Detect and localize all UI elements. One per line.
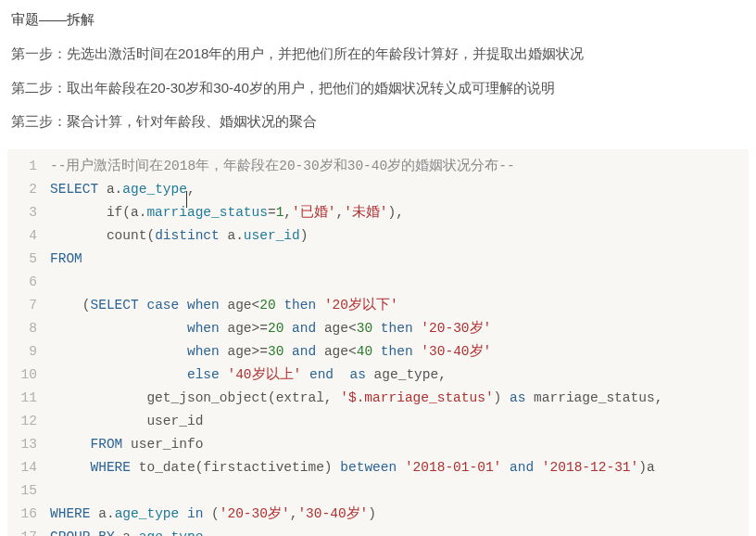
line-number: 3: [7, 201, 50, 224]
line-number: 10: [7, 364, 50, 387]
step-3: 第三步：聚合计算，针对年龄段、婚姻状况的聚合: [11, 111, 745, 133]
code-content: FROM: [50, 248, 749, 271]
code-line: 11 get_json_object(extral, '$.marriage_s…: [7, 387, 749, 410]
code-content: if(a.marriage_status=1,'已婚','未婚'),: [50, 201, 749, 224]
code-content: --用户激活时间在2018年，年龄段在20-30岁和30-40岁的婚姻状况分布-…: [50, 155, 749, 178]
code-content: WHERE to_date(firstactivetime) between '…: [50, 456, 749, 479]
line-number: 4: [7, 224, 50, 248]
code-line: 17GROUP BY a.age_type,: [7, 526, 749, 537]
code-content: WHERE a.age_type in ('20-30岁','30-40岁'): [50, 503, 749, 526]
code-content: [50, 479, 749, 503]
code-line: 2SELECT a.age_type,: [7, 178, 749, 201]
section-heading: 审题——拆解: [11, 11, 745, 29]
line-number: 17: [7, 526, 50, 537]
code-line: 8 when age>=20 and age<30 then '20-30岁': [7, 317, 749, 340]
step-1: 第一步：先选出激活时间在2018年的用户，并把他们所在的年龄段计算好，并提取出婚…: [11, 44, 745, 65]
step-2: 第二步：取出年龄段在20-30岁和30-40岁的用户，把他们的婚姻状况转义成可理…: [11, 78, 745, 99]
line-number: 13: [7, 433, 50, 456]
code-line: 1--用户激活时间在2018年，年龄段在20-30岁和30-40岁的婚姻状况分布…: [7, 155, 749, 178]
line-number: 7: [7, 294, 50, 317]
code-content: get_json_object(extral, '$.marriage_stat…: [50, 387, 749, 410]
code-line: 9 when age>=30 and age<40 then '30-40岁': [7, 340, 749, 364]
line-number: 1: [7, 155, 50, 178]
code-content: FROM user_info: [50, 433, 749, 456]
code-line: 14 WHERE to_date(firstactivetime) betwee…: [7, 456, 749, 479]
code-content: SELECT a.age_type,: [50, 178, 749, 201]
code-content: (SELECT case when age<20 then '20岁以下': [50, 294, 749, 317]
code-line: 10 else '40岁以上' end as age_type,: [7, 364, 749, 387]
line-number: 6: [7, 271, 50, 294]
article-body: 审题——拆解 第一步：先选出激活时间在2018年的用户，并把他们所在的年龄段计算…: [0, 0, 756, 133]
code-content: user_id: [50, 410, 749, 433]
line-number: 14: [7, 456, 50, 479]
code-line: 4 count(distinct a.user_id): [7, 224, 749, 248]
code-line: 7 (SELECT case when age<20 then '20岁以下': [7, 294, 749, 317]
line-number: 2: [7, 178, 50, 201]
line-number: 12: [7, 410, 50, 433]
code-line: 6: [7, 271, 749, 294]
code-line: 13 FROM user_info: [7, 433, 749, 456]
code-line: 5FROM: [7, 248, 749, 271]
sql-code-block: 1--用户激活时间在2018年，年龄段在20-30岁和30-40岁的婚姻状况分布…: [7, 149, 749, 537]
line-number: 11: [7, 387, 50, 410]
code-line: 12 user_id: [7, 410, 749, 433]
code-content: when age>=30 and age<40 then '30-40岁': [50, 340, 749, 364]
code-content: [50, 271, 749, 294]
code-line: 16WHERE a.age_type in ('20-30岁','30-40岁'…: [7, 503, 749, 526]
line-number: 5: [7, 248, 50, 271]
line-number: 8: [7, 317, 50, 340]
line-number: 9: [7, 340, 50, 364]
code-line: 3 if(a.marriage_status=1,'已婚','未婚'),: [7, 201, 749, 224]
code-content: else '40岁以上' end as age_type,: [50, 364, 749, 387]
code-content: when age>=20 and age<30 then '20-30岁': [50, 317, 749, 340]
code-line: 15: [7, 479, 749, 503]
line-number: 16: [7, 503, 50, 526]
line-number: 15: [7, 479, 50, 503]
code-content: GROUP BY a.age_type,: [50, 526, 749, 537]
code-content: count(distinct a.user_id): [50, 224, 749, 248]
